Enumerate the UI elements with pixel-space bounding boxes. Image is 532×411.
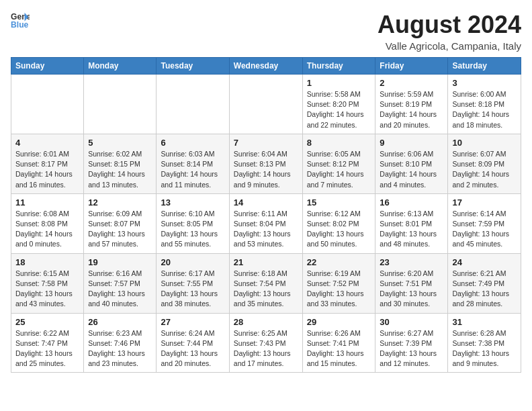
day-number: 21	[234, 257, 298, 267]
col-header-sunday: Sunday	[11, 58, 84, 75]
day-cell: 27Sunrise: 6:24 AM Sunset: 7:44 PM Dayli…	[157, 313, 229, 373]
day-info: Sunrise: 6:20 AM Sunset: 7:51 PM Dayligh…	[380, 269, 443, 310]
day-cell: 4Sunrise: 6:01 AM Sunset: 8:17 PM Daylig…	[11, 134, 84, 193]
day-info: Sunrise: 6:15 AM Sunset: 7:58 PM Dayligh…	[15, 269, 79, 310]
col-header-friday: Friday	[375, 58, 448, 75]
day-number: 11	[15, 197, 79, 208]
day-number: 25	[15, 317, 79, 327]
day-cell: 15Sunrise: 6:12 AM Sunset: 8:02 PM Dayli…	[302, 193, 375, 253]
day-number: 22	[307, 257, 371, 267]
day-info: Sunrise: 6:14 AM Sunset: 7:59 PM Dayligh…	[452, 209, 517, 250]
day-info: Sunrise: 6:16 AM Sunset: 7:57 PM Dayligh…	[88, 269, 152, 310]
week-row-1: 1Sunrise: 5:58 AM Sunset: 8:20 PM Daylig…	[11, 75, 521, 134]
location-title: Valle Agricola, Campania, Italy	[378, 40, 521, 52]
day-info: Sunrise: 6:04 AM Sunset: 8:13 PM Dayligh…	[234, 149, 298, 190]
day-cell: 29Sunrise: 6:26 AM Sunset: 7:41 PM Dayli…	[302, 313, 375, 373]
day-number: 27	[161, 317, 224, 327]
day-number: 26	[88, 317, 152, 327]
day-cell: 7Sunrise: 6:04 AM Sunset: 8:13 PM Daylig…	[229, 134, 302, 193]
day-number: 31	[452, 317, 517, 327]
day-cell: 24Sunrise: 6:21 AM Sunset: 7:49 PM Dayli…	[448, 253, 521, 313]
day-cell: 26Sunrise: 6:23 AM Sunset: 7:46 PM Dayli…	[84, 313, 157, 373]
day-info: Sunrise: 6:07 AM Sunset: 8:09 PM Dayligh…	[452, 149, 517, 190]
day-cell: 12Sunrise: 6:09 AM Sunset: 8:07 PM Dayli…	[84, 193, 157, 253]
col-header-monday: Monday	[84, 58, 157, 75]
day-info: Sunrise: 6:06 AM Sunset: 8:10 PM Dayligh…	[380, 149, 443, 190]
day-info: Sunrise: 6:13 AM Sunset: 8:01 PM Dayligh…	[380, 209, 443, 250]
day-info: Sunrise: 6:05 AM Sunset: 8:12 PM Dayligh…	[307, 149, 371, 190]
day-number: 5	[88, 138, 152, 148]
day-number: 16	[380, 197, 443, 208]
day-cell: 5Sunrise: 6:02 AM Sunset: 8:15 PM Daylig…	[84, 134, 157, 193]
day-info: Sunrise: 6:18 AM Sunset: 7:54 PM Dayligh…	[234, 269, 298, 310]
day-number: 29	[307, 317, 371, 327]
day-info: Sunrise: 6:23 AM Sunset: 7:46 PM Dayligh…	[88, 328, 152, 369]
calendar-table: SundayMondayTuesdayWednesdayThursdayFrid…	[11, 57, 521, 373]
day-info: Sunrise: 6:21 AM Sunset: 7:49 PM Dayligh…	[452, 269, 517, 310]
day-cell	[84, 75, 157, 134]
day-info: Sunrise: 6:26 AM Sunset: 7:41 PM Dayligh…	[307, 328, 371, 369]
day-number: 13	[161, 197, 224, 208]
logo-icon: General Blue	[11, 11, 30, 30]
day-cell: 2Sunrise: 5:59 AM Sunset: 8:19 PM Daylig…	[375, 75, 448, 134]
day-number: 15	[307, 197, 371, 208]
day-cell: 13Sunrise: 6:10 AM Sunset: 8:05 PM Dayli…	[157, 193, 229, 253]
header: General Blue August 2024 Valle Agricola,…	[11, 11, 521, 52]
day-info: Sunrise: 6:17 AM Sunset: 7:55 PM Dayligh…	[161, 269, 224, 310]
day-cell: 20Sunrise: 6:17 AM Sunset: 7:55 PM Dayli…	[157, 253, 229, 313]
week-row-4: 18Sunrise: 6:15 AM Sunset: 7:58 PM Dayli…	[11, 253, 521, 313]
day-info: Sunrise: 5:59 AM Sunset: 8:19 PM Dayligh…	[380, 89, 443, 130]
day-info: Sunrise: 6:08 AM Sunset: 8:08 PM Dayligh…	[15, 209, 79, 250]
calendar-body: 1Sunrise: 5:58 AM Sunset: 8:20 PM Daylig…	[11, 75, 521, 373]
day-info: Sunrise: 5:58 AM Sunset: 8:20 PM Dayligh…	[307, 89, 371, 130]
day-cell: 14Sunrise: 6:11 AM Sunset: 8:04 PM Dayli…	[229, 193, 302, 253]
day-number: 2	[380, 78, 443, 88]
day-cell: 21Sunrise: 6:18 AM Sunset: 7:54 PM Dayli…	[229, 253, 302, 313]
day-cell: 8Sunrise: 6:05 AM Sunset: 8:12 PM Daylig…	[302, 134, 375, 193]
day-info: Sunrise: 6:10 AM Sunset: 8:05 PM Dayligh…	[161, 209, 224, 250]
day-number: 12	[88, 197, 152, 208]
day-info: Sunrise: 6:24 AM Sunset: 7:44 PM Dayligh…	[161, 328, 224, 369]
week-row-2: 4Sunrise: 6:01 AM Sunset: 8:17 PM Daylig…	[11, 134, 521, 193]
calendar-header-row: SundayMondayTuesdayWednesdayThursdayFrid…	[11, 58, 521, 75]
day-cell: 6Sunrise: 6:03 AM Sunset: 8:14 PM Daylig…	[157, 134, 229, 193]
day-number: 8	[307, 138, 371, 148]
logo: General Blue	[11, 11, 30, 30]
day-number: 28	[234, 317, 298, 327]
day-number: 24	[452, 257, 517, 267]
week-row-5: 25Sunrise: 6:22 AM Sunset: 7:47 PM Dayli…	[11, 313, 521, 373]
day-cell	[229, 75, 302, 134]
day-number: 3	[452, 78, 517, 88]
day-number: 30	[380, 317, 443, 327]
col-header-saturday: Saturday	[448, 58, 521, 75]
day-cell	[157, 75, 229, 134]
day-number: 9	[380, 138, 443, 148]
col-header-wednesday: Wednesday	[229, 58, 302, 75]
day-info: Sunrise: 6:03 AM Sunset: 8:14 PM Dayligh…	[161, 149, 224, 190]
day-cell: 31Sunrise: 6:28 AM Sunset: 7:38 PM Dayli…	[448, 313, 521, 373]
day-number: 4	[15, 138, 79, 148]
day-info: Sunrise: 6:27 AM Sunset: 7:39 PM Dayligh…	[380, 328, 443, 369]
month-title: August 2024	[378, 11, 521, 39]
day-number: 7	[234, 138, 298, 148]
day-number: 6	[161, 138, 224, 148]
col-header-tuesday: Tuesday	[157, 58, 229, 75]
day-number: 17	[452, 197, 517, 208]
day-cell: 16Sunrise: 6:13 AM Sunset: 8:01 PM Dayli…	[375, 193, 448, 253]
day-cell	[11, 75, 84, 134]
day-info: Sunrise: 6:12 AM Sunset: 8:02 PM Dayligh…	[307, 209, 371, 250]
svg-text:Blue: Blue	[11, 20, 29, 30]
day-cell: 30Sunrise: 6:27 AM Sunset: 7:39 PM Dayli…	[375, 313, 448, 373]
day-cell: 1Sunrise: 5:58 AM Sunset: 8:20 PM Daylig…	[302, 75, 375, 134]
day-cell: 9Sunrise: 6:06 AM Sunset: 8:10 PM Daylig…	[375, 134, 448, 193]
day-cell: 19Sunrise: 6:16 AM Sunset: 7:57 PM Dayli…	[84, 253, 157, 313]
day-cell: 17Sunrise: 6:14 AM Sunset: 7:59 PM Dayli…	[448, 193, 521, 253]
day-cell: 25Sunrise: 6:22 AM Sunset: 7:47 PM Dayli…	[11, 313, 84, 373]
day-cell: 10Sunrise: 6:07 AM Sunset: 8:09 PM Dayli…	[448, 134, 521, 193]
day-info: Sunrise: 6:22 AM Sunset: 7:47 PM Dayligh…	[15, 328, 79, 369]
day-number: 23	[380, 257, 443, 267]
day-number: 1	[307, 78, 371, 88]
day-cell: 22Sunrise: 6:19 AM Sunset: 7:52 PM Dayli…	[302, 253, 375, 313]
day-cell: 11Sunrise: 6:08 AM Sunset: 8:08 PM Dayli…	[11, 193, 84, 253]
week-row-3: 11Sunrise: 6:08 AM Sunset: 8:08 PM Dayli…	[11, 193, 521, 253]
